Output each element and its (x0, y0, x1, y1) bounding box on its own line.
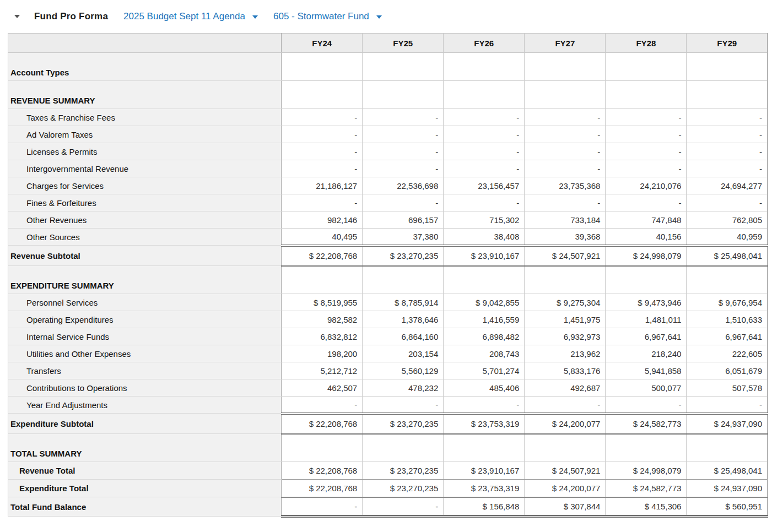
value-cell: $ 8,785,914 (363, 294, 444, 311)
value-cell: $ 23,270,235 (363, 480, 444, 497)
value-cell (282, 81, 363, 109)
value-cell: - (525, 397, 606, 414)
collapse-caret-icon[interactable] (14, 15, 20, 18)
value-cell: 762,805 (687, 211, 768, 229)
value-cell: - (444, 143, 525, 160)
value-cell: 5,833,176 (525, 362, 606, 379)
value-cell (687, 53, 768, 81)
value-cell: - (525, 143, 606, 160)
value-cell (687, 434, 768, 462)
value-cell: - (606, 397, 687, 414)
value-cell: - (282, 126, 363, 143)
value-cell (363, 434, 444, 462)
value-cell: 492,687 (525, 379, 606, 397)
value-cell: 38,408 (444, 229, 525, 246)
row-label: Utilities and Other Expenses (8, 345, 282, 362)
value-cell: $ 22,208,768 (282, 480, 363, 497)
row-label: Total Fund Balance (8, 497, 282, 517)
pro-forma-table: FY24FY25FY26FY27FY28FY29 Account TypesRE… (8, 33, 768, 518)
value-cell: $ 22,208,768 (282, 462, 363, 480)
grand-row: Total Fund Balance--$ 156,848$ 307,844$ … (8, 497, 768, 517)
row-label: Operating Expenditures (8, 311, 282, 328)
row-label: REVENUE SUMMARY (8, 81, 282, 109)
value-cell: - (363, 143, 444, 160)
value-cell: 6,864,160 (363, 328, 444, 345)
value-cell: - (687, 194, 768, 211)
value-cell: 6,967,641 (687, 328, 768, 345)
row-label: Year End Adjustments (8, 397, 282, 414)
value-cell: $ 156,848 (444, 497, 525, 517)
value-cell: $ 23,910,167 (444, 462, 525, 480)
value-cell: - (525, 194, 606, 211)
column-header-fy: FY27 (525, 34, 606, 53)
row-label: Internal Service Funds (8, 328, 282, 345)
subtotal-row: Revenue Subtotal$ 22,208,768$ 23,270,235… (8, 246, 768, 266)
value-cell (444, 434, 525, 462)
value-cell: - (444, 109, 525, 126)
value-cell: 1,378,646 (363, 311, 444, 328)
row-label: Taxes & Franchise Fees (8, 109, 282, 126)
row-label: Ad Valorem Taxes (8, 126, 282, 143)
value-cell: 982,146 (282, 211, 363, 229)
row-label: Licenses & Permits (8, 143, 282, 160)
account-row: Contributions to Operations462,507478,23… (8, 379, 768, 397)
value-cell: $ 22,208,768 (282, 246, 363, 266)
chevron-down-icon (252, 15, 258, 19)
account-row: Utilities and Other Expenses198,200203,1… (8, 345, 768, 362)
value-cell (606, 53, 687, 81)
toolbar: Fund Pro Forma 2025 Budget Sept 11 Agend… (0, 0, 777, 33)
chevron-down-icon (376, 15, 382, 19)
row-label: Intergovernmental Revenue (8, 160, 282, 177)
value-cell: - (687, 126, 768, 143)
value-cell: 40,959 (687, 229, 768, 246)
row-label: Personnel Services (8, 294, 282, 311)
value-cell (282, 434, 363, 462)
value-cell: $ 23,270,235 (363, 414, 444, 434)
value-cell: 39,368 (525, 229, 606, 246)
fund-dropdown[interactable]: 605 - Stormwater Fund (273, 11, 382, 22)
value-cell: $ 24,998,079 (606, 462, 687, 480)
value-cell: 1,451,975 (525, 311, 606, 328)
total-row: Revenue Total$ 22,208,768$ 23,270,235$ 2… (8, 462, 768, 480)
value-cell: 218,240 (606, 345, 687, 362)
value-cell: - (444, 397, 525, 414)
fund-dropdown-label: 605 - Stormwater Fund (273, 11, 369, 22)
row-label: Fines & Forfeitures (8, 194, 282, 211)
value-cell: 500,077 (606, 379, 687, 397)
value-cell: 23,156,457 (444, 177, 525, 194)
value-cell: - (363, 497, 444, 517)
value-cell: 5,701,274 (444, 362, 525, 379)
row-label: Other Revenues (8, 211, 282, 229)
value-cell: $ 8,519,955 (282, 294, 363, 311)
value-cell: 40,495 (282, 229, 363, 246)
value-cell (606, 81, 687, 109)
value-cell: 1,510,633 (687, 311, 768, 328)
value-cell: $ 24,507,921 (525, 462, 606, 480)
value-cell: 222,605 (687, 345, 768, 362)
value-cell: 22,536,698 (363, 177, 444, 194)
account-row: Ad Valorem Taxes------ (8, 126, 768, 143)
budget-report-dropdown[interactable]: 2025 Budget Sept 11 Agenda (123, 11, 258, 22)
header-row: FY24FY25FY26FY27FY28FY29 (8, 34, 768, 53)
account-row: Licenses & Permits------ (8, 143, 768, 160)
value-cell: 696,157 (363, 211, 444, 229)
value-cell: $ 23,910,167 (444, 246, 525, 266)
value-cell: - (363, 109, 444, 126)
total-row: Expenditure Total$ 22,208,768$ 23,270,23… (8, 480, 768, 497)
value-cell: 208,743 (444, 345, 525, 362)
column-header-fy: FY28 (606, 34, 687, 53)
value-cell (525, 81, 606, 109)
value-cell: $ 24,998,079 (606, 246, 687, 266)
value-cell (525, 53, 606, 81)
value-cell: $ 25,498,041 (687, 246, 768, 266)
value-cell (687, 266, 768, 294)
value-cell: $ 560,951 (687, 497, 768, 517)
value-cell: - (363, 126, 444, 143)
subtotal-row: Expenditure Subtotal$ 22,208,768$ 23,270… (8, 414, 768, 434)
value-cell: 203,154 (363, 345, 444, 362)
column-header-fy: FY26 (444, 34, 525, 53)
row-label: EXPENDITURE SUMMARY (8, 266, 282, 294)
value-cell: 24,694,277 (687, 177, 768, 194)
value-cell: - (687, 160, 768, 177)
value-cell: $ 23,753,319 (444, 480, 525, 497)
